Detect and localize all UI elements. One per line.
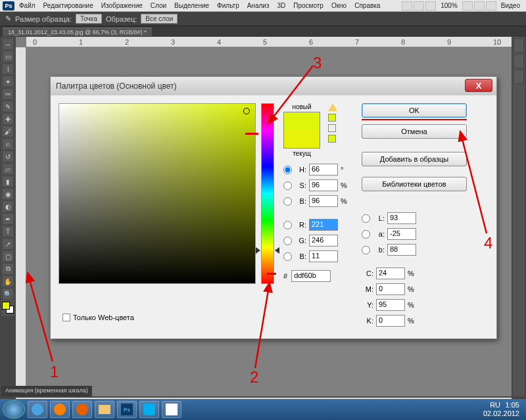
wand-tool-icon[interactable]: ✦ [2,76,14,87]
hue-slider[interactable] [261,103,274,284]
g-input[interactable]: 246 [309,235,338,246]
panel-icon[interactable] [514,38,524,53]
blur-tool-icon[interactable]: ◉ [2,188,14,200]
menu-edit[interactable]: Редактирование [40,2,97,9]
menu-3d[interactable]: 3D [274,2,289,9]
b-radio[interactable] [283,197,292,206]
gradient-tool-icon[interactable]: ▮ [2,175,14,187]
toolbar-icon[interactable] [402,1,412,11]
a-radio[interactable] [362,230,370,239]
panel-icon[interactable] [514,70,524,84]
menu-help[interactable]: Справка [351,2,383,9]
m-input[interactable]: 0 [376,283,405,295]
toolbar-icon[interactable] [414,1,424,11]
ok-button[interactable]: OK [362,103,467,118]
b2-input[interactable]: 11 [309,250,338,262]
taskbar-media[interactable] [50,401,70,418]
web-colors-checkbox[interactable]: Только Web-цвета [62,314,134,321]
y-input[interactable]: 95 [376,299,405,311]
toolbar-icon[interactable] [425,1,436,11]
dodge-tool-icon[interactable]: ◐ [2,200,14,212]
toolbar-icon[interactable] [462,1,473,11]
pen-tool-icon[interactable]: ✒ [2,213,14,225]
cancel-button[interactable]: Отмена [362,124,467,139]
l-radio[interactable] [362,214,370,223]
menu-analysis[interactable]: Анализ [244,2,273,9]
h-input[interactable]: 66 [309,164,338,175]
start-button[interactable] [3,400,25,419]
shape-tool-icon[interactable]: ▢ [2,250,14,262]
color-field[interactable] [59,103,256,284]
l-input[interactable]: 93 [387,212,416,224]
sample-size-dropdown[interactable]: Точка [76,14,102,24]
zoom-tool-icon[interactable]: 🔍 [2,288,14,300]
taskbar-skype[interactable] [139,401,159,418]
tray-lang[interactable]: RU [490,401,500,409]
brush-tool-icon[interactable]: 🖌 [2,126,14,137]
history-brush-icon[interactable]: ↺ [2,151,14,162]
r-radio[interactable] [283,221,292,229]
g-radio[interactable] [283,237,292,245]
panel-icon[interactable] [514,54,524,68]
eraser-tool-icon[interactable]: ▱ [2,163,14,175]
type-tool-icon[interactable]: T [2,225,14,237]
h-radio[interactable] [283,166,292,174]
gamut-warning-icon[interactable] [328,103,337,111]
b-input[interactable]: 96 [309,195,338,207]
color-libraries-button[interactable]: Библиотеки цветов [362,177,467,191]
checkbox-icon[interactable] [62,314,70,321]
color-field-marker[interactable] [243,108,250,114]
s-radio[interactable] [283,181,292,190]
lb-input[interactable]: 88 [387,244,416,256]
r-input[interactable]: 221 [309,219,338,231]
dialog-titlebar[interactable]: Палитра цветов (Основной цвет) X [51,77,496,95]
add-swatch-button[interactable]: Добавить в образцы [362,152,467,166]
menu-layers[interactable]: Слои [147,2,170,9]
workspace-switcher[interactable]: Видео [498,2,523,9]
system-tray[interactable]: RU 1:05 02.02.2012 [483,401,523,418]
menu-view[interactable]: Просмотр [290,2,327,9]
websafe-warning-icon[interactable] [328,124,336,132]
stamp-tool-icon[interactable]: ⎌ [2,138,14,150]
marquee-tool-icon[interactable]: ▭ [2,51,14,62]
move-tool-icon[interactable]: ↔ [2,38,14,50]
close-button[interactable]: X [465,79,492,92]
hue-arrow-right-icon[interactable] [275,247,279,254]
heal-tool-icon[interactable]: ✚ [2,113,14,125]
taskbar-firefox[interactable] [72,401,92,418]
k-input[interactable]: 0 [376,315,405,327]
zoom-level[interactable]: 100% [437,2,461,9]
taskbar-explorer[interactable] [95,401,114,418]
crop-tool-icon[interactable]: ✂ [2,88,14,100]
sample-layers-dropdown[interactable]: Все слои [141,14,178,24]
hue-arrow-left-icon[interactable] [256,247,260,254]
c-input[interactable]: 24 [376,268,405,279]
a-input[interactable]: -25 [387,228,416,240]
eyedropper-tool-icon[interactable]: ✎ [2,101,14,112]
gamut-swatch[interactable] [328,114,336,122]
tray-date[interactable]: 02.02.2012 [483,409,519,417]
toolbar-icon[interactable] [474,1,485,11]
taskbar-app[interactable] [162,401,181,418]
hand-tool-icon[interactable]: ✋ [2,275,14,287]
bb-radio[interactable] [283,252,292,261]
taskbar-photoshop[interactable]: Ps [117,401,137,418]
color-swatches[interactable] [2,302,14,314]
menu-filter[interactable]: Фильтр [214,2,243,9]
menu-select[interactable]: Выделение [171,2,212,9]
foreground-swatch[interactable] [2,302,10,310]
s-input[interactable]: 96 [309,179,338,191]
websafe-swatch[interactable] [328,135,336,143]
3d-tool-icon[interactable]: ⧉ [2,263,14,275]
tray-time[interactable]: 1:05 [506,401,519,409]
lasso-tool-icon[interactable]: ⌇ [2,63,14,75]
menu-image[interactable]: Изображение [98,2,146,9]
taskbar-ie[interactable] [28,401,47,418]
menu-file[interactable]: Файл [16,2,39,9]
animation-panel-tab[interactable]: Анимация (временная шкала) [1,386,92,396]
hex-input[interactable]: ddf60b [291,270,331,282]
current-color-swatch[interactable] [284,130,320,148]
menu-window[interactable]: Окно [328,2,350,9]
lb-radio[interactable] [362,246,370,254]
toolbar-icon[interactable] [486,1,496,11]
